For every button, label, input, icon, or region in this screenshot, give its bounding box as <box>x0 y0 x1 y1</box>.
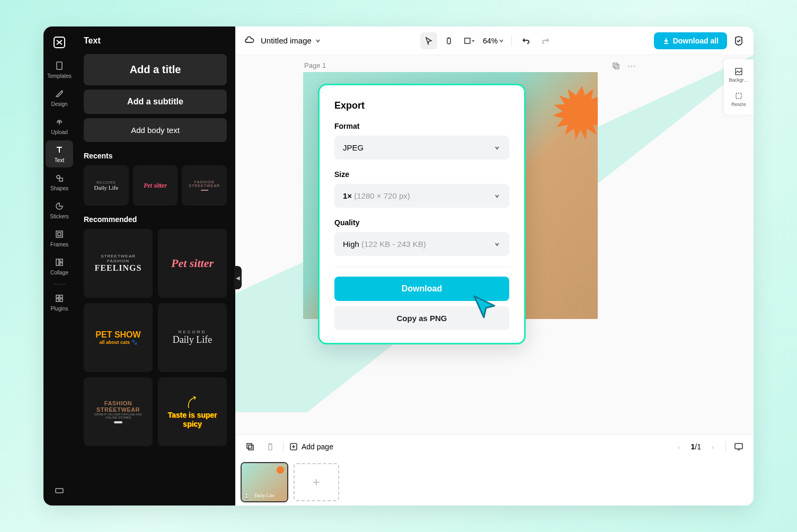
format-value: JPEG <box>343 143 364 152</box>
recent-item[interactable]: FASHION STREETWEAR <box>182 165 227 206</box>
app-logo[interactable] <box>52 35 67 50</box>
page-label: Page 1 <box>304 61 326 69</box>
svg-rect-4 <box>56 231 63 237</box>
duplicate-page-icon[interactable] <box>610 60 621 71</box>
duplicate-button[interactable] <box>243 439 258 454</box>
rail-shapes[interactable]: Shapes <box>46 169 73 196</box>
cursor-pointer-icon <box>471 293 499 321</box>
quality-select[interactable]: High (122 KB - 243 KB) <box>334 232 509 256</box>
delete-button[interactable] <box>263 439 278 454</box>
starburst-shape <box>276 465 285 475</box>
collapse-panel-button[interactable]: ◀ <box>234 266 242 289</box>
recommended-heading: Recommended <box>84 215 227 224</box>
recommended-item[interactable]: Pet sitter <box>158 229 227 298</box>
add-body-button[interactable]: Add body text <box>84 118 227 142</box>
present-button[interactable] <box>731 439 746 454</box>
size-label: Size <box>334 170 509 179</box>
page-indicator: ‹ 1/1 › <box>672 439 720 454</box>
rail-label: Stickers <box>50 214 69 219</box>
float-label: Backgr… <box>729 77 748 83</box>
rail-design[interactable]: Design <box>46 84 73 111</box>
quality-label: Quality <box>334 218 509 227</box>
svg-rect-10 <box>60 295 63 298</box>
text-panel: Text Add a title Add a subtitle Add body… <box>75 26 235 506</box>
resize-button[interactable]: Resize <box>726 88 751 110</box>
thumb-subtext: GRAB IT ON OUR OFFLINE AND ONLINE STORES <box>89 413 147 419</box>
shield-icon[interactable] <box>732 34 745 47</box>
svg-rect-20 <box>247 444 252 448</box>
recent-item[interactable]: Pet sitter <box>133 165 178 206</box>
document-title[interactable]: Untitled image <box>261 36 321 45</box>
add-page-button[interactable]: Add page <box>289 442 333 451</box>
top-toolbar: Untitled image 64% Download a <box>235 26 754 55</box>
recommended-item[interactable]: RECORD Daily Life <box>158 303 227 372</box>
page-thumbnail[interactable]: Daily Life 1 <box>242 463 287 501</box>
select-tool[interactable] <box>420 32 437 49</box>
svg-rect-8 <box>60 263 63 265</box>
rail-text[interactable]: Text <box>46 140 73 167</box>
thumb-text: Daily Life <box>94 184 119 191</box>
more-page-icon[interactable]: ⋯ <box>626 60 637 71</box>
starburst-shape <box>550 83 598 146</box>
rail-upload[interactable]: Upload <box>46 112 73 139</box>
next-page-button[interactable]: › <box>705 439 720 454</box>
format-select[interactable]: JPEG <box>334 136 509 159</box>
stickers-icon <box>54 201 65 211</box>
dialog-divider <box>334 267 509 267</box>
add-subtitle-button[interactable]: Add a subtitle <box>84 90 227 114</box>
export-title: Export <box>334 100 509 111</box>
recommended-item[interactable]: FASHION STREETWEAR GRAB IT ON OUR OFFLIN… <box>84 377 153 446</box>
chevron-down-icon <box>493 144 501 152</box>
thumb-caption: Daily Life <box>242 493 287 498</box>
quality-value: High <box>343 240 359 249</box>
redo-button[interactable] <box>537 32 554 49</box>
rail-keyboard[interactable] <box>46 481 73 500</box>
zoom-level[interactable]: 64% <box>481 37 506 45</box>
download-all-button[interactable]: Download all <box>654 32 727 49</box>
thumb-subtext: all about cats <box>99 340 130 345</box>
rail-label: Frames <box>50 242 68 247</box>
chevron-down-icon <box>499 38 504 43</box>
thumb-text: PET SHOW <box>95 330 140 340</box>
left-nav-rail: Templates Design Upload Text Shapes Stic… <box>43 26 75 506</box>
svg-rect-6 <box>56 259 59 265</box>
recommended-item[interactable]: Taste is super spicy <box>158 377 227 446</box>
resize-icon <box>734 91 743 101</box>
svg-rect-19 <box>736 93 741 99</box>
crop-tool[interactable] <box>461 32 477 49</box>
add-page-thumbnail[interactable]: + <box>294 463 339 501</box>
svg-rect-14 <box>465 38 470 43</box>
chevron-down-icon <box>493 192 501 200</box>
rail-label: Upload <box>51 129 68 135</box>
thumb-text: Taste is super spicy <box>163 411 222 429</box>
undo-button[interactable] <box>517 32 534 49</box>
size-select[interactable]: 1× (1280 × 720 px) <box>334 184 509 208</box>
thumb-overline: RECORD <box>96 181 116 184</box>
rail-stickers[interactable]: Stickers <box>46 197 73 224</box>
svg-rect-23 <box>735 444 742 449</box>
shapes-icon <box>54 173 65 183</box>
svg-rect-12 <box>60 299 63 302</box>
prev-page-button[interactable]: ‹ <box>672 439 687 454</box>
svg-rect-1 <box>57 62 62 69</box>
recommended-item[interactable]: STREETWEAR FASHION FEELINGS <box>84 229 153 298</box>
svg-rect-7 <box>60 259 63 262</box>
rail-templates[interactable]: Templates <box>46 56 73 83</box>
background-button[interactable]: Backgr… <box>726 64 751 86</box>
hand-tool[interactable] <box>440 32 457 49</box>
collage-icon <box>54 257 65 268</box>
add-title-button[interactable]: Add a title <box>84 54 227 85</box>
rail-collage[interactable]: Collage <box>46 253 73 280</box>
thumb-text: Pet sitter <box>144 182 167 190</box>
thumb-text: FEELINGS <box>95 263 142 273</box>
templates-icon <box>54 60 65 71</box>
svg-rect-17 <box>615 65 619 69</box>
rail-plugins[interactable]: Plugins <box>46 289 73 316</box>
page-total: 1 <box>697 442 701 451</box>
recommended-item[interactable]: PET SHOW all about cats 🐾 <box>84 303 153 372</box>
zoom-text: 64% <box>483 37 498 45</box>
recent-item[interactable]: RECORD Daily Life <box>84 165 129 206</box>
rail-label: Templates <box>47 73 72 79</box>
rail-frames[interactable]: Frames <box>46 225 73 252</box>
cloud-icon[interactable] <box>244 35 255 47</box>
